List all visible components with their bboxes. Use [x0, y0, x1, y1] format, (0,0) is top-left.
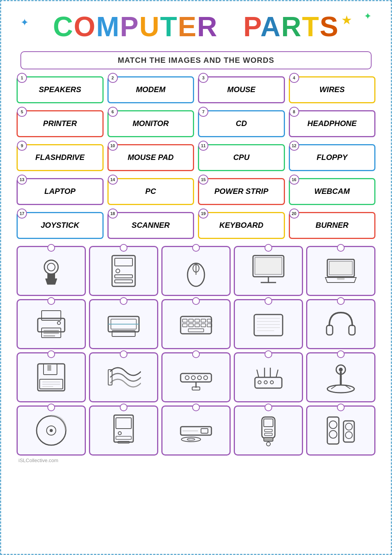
word-num-15: 15	[198, 175, 208, 185]
svg-rect-94	[265, 429, 272, 432]
image-card-keyboard[interactable]	[161, 299, 231, 349]
image-card-printer[interactable]	[17, 299, 86, 349]
word-card-3: 3 MOUSE	[198, 76, 285, 103]
mouse-icon	[179, 254, 213, 288]
words-row-1: 1 SPEAKERS 2 MODEM 3 MOUSE 4 WIRES	[17, 76, 375, 103]
svg-point-99	[329, 421, 337, 429]
pc-icon	[106, 413, 141, 448]
svg-rect-8	[115, 280, 132, 283]
image-card-floppy[interactable]	[17, 352, 86, 402]
word-num-3: 3	[198, 73, 208, 83]
word-label-13: LAPTOP	[44, 187, 75, 196]
word-num-4: 4	[289, 73, 299, 83]
word-card-17: 17 JOYSTICK	[17, 212, 104, 239]
instruction-box: MATCH THE IMAGES AND THE WORDS	[20, 51, 372, 69]
image-card-speakers[interactable]	[306, 405, 375, 456]
image-card-burner[interactable]	[161, 405, 231, 456]
word-label-9: FLASHDRIVE	[35, 153, 85, 162]
svg-point-60	[191, 376, 195, 380]
image-card-scanner[interactable]	[89, 299, 158, 349]
image-card-flashdrive[interactable]	[234, 405, 303, 456]
title-area: ✦ COMPUTER PARTS ★ ✦	[9, 9, 383, 44]
word-label-2: MODEM	[136, 85, 166, 94]
word-card-20: 20 BURNER	[289, 212, 376, 239]
speakers-icon	[323, 413, 358, 448]
word-label-1: SPEAKERS	[39, 85, 81, 94]
word-card-9: 9 FLASHDRIVE	[17, 144, 104, 171]
image-card-headphone[interactable]	[306, 299, 375, 349]
svg-point-76	[339, 368, 343, 372]
word-num-19: 19	[198, 209, 208, 219]
word-num-8: 8	[289, 107, 299, 117]
image-card-monitor[interactable]	[234, 246, 303, 296]
word-num-2: 2	[108, 73, 118, 83]
image-card-mouse[interactable]	[161, 246, 231, 296]
svg-line-66	[257, 370, 259, 377]
words-row-5: 17 JOYSTICK 18 SCANNER 19 KEYBOARD 20 BU…	[17, 212, 375, 239]
svg-point-1	[47, 263, 55, 271]
image-card-powerstrip[interactable]	[161, 352, 231, 402]
svg-rect-65	[255, 377, 282, 388]
word-label-3: MOUSE	[227, 85, 255, 94]
image-card-cd[interactable]	[17, 405, 86, 456]
image-card-pc[interactable]	[89, 405, 158, 456]
word-num-5: 5	[17, 107, 27, 117]
svg-rect-39	[201, 324, 206, 327]
svg-point-71	[264, 381, 267, 384]
word-num-7: 7	[198, 107, 208, 117]
star-blue-icon: ✦	[20, 17, 29, 29]
image-card-mousepad[interactable]	[234, 299, 303, 349]
cpu-tower-icon	[106, 254, 141, 288]
page-title: COMPUTER PARTS	[9, 13, 383, 40]
svg-line-69	[276, 370, 278, 377]
svg-rect-38	[195, 324, 199, 327]
svg-rect-52	[47, 365, 51, 371]
word-card-8: 8 HEADPHONE	[289, 110, 376, 137]
svg-point-72	[270, 381, 273, 384]
svg-rect-93	[264, 419, 273, 427]
word-label-7: CD	[236, 119, 247, 128]
word-card-5: 5 PRINTER	[17, 110, 104, 137]
floppy-icon	[34, 360, 69, 395]
wires-icon	[106, 360, 141, 395]
image-card-modem[interactable]	[234, 352, 303, 402]
modem-icon	[251, 360, 286, 395]
image-card-joystick[interactable]	[306, 352, 375, 402]
word-card-16: 16 WEBCAM	[289, 178, 376, 205]
word-card-7: 7 CD	[198, 110, 285, 137]
svg-point-6	[116, 269, 120, 273]
words-row-2: 5 PRINTER 6 MONITOR 7 CD 8 HEADPHONE	[17, 110, 375, 137]
svg-rect-96	[264, 437, 273, 441]
word-label-16: WEBCAM	[314, 187, 350, 196]
word-label-15: POWER STRIP	[214, 187, 268, 196]
svg-point-61	[198, 376, 201, 380]
burner-icon	[179, 413, 213, 448]
svg-rect-36	[183, 324, 187, 327]
word-card-10: 10 MOUSE PAD	[107, 144, 194, 171]
svg-point-97	[266, 442, 270, 446]
word-num-9: 9	[17, 141, 27, 151]
svg-point-59	[185, 376, 189, 380]
word-label-18: SCANNER	[132, 221, 170, 230]
svg-rect-83	[116, 418, 131, 429]
word-num-11: 11	[198, 141, 208, 151]
svg-rect-48	[327, 325, 333, 335]
word-num-16: 16	[289, 175, 299, 185]
word-card-12: 12 FLOPPY	[289, 144, 376, 171]
svg-rect-34	[201, 319, 206, 322]
image-card-laptop[interactable]	[306, 246, 375, 296]
svg-rect-32	[189, 319, 193, 322]
svg-point-102	[345, 423, 352, 430]
image-card-wires[interactable]	[89, 352, 158, 402]
word-label-20: BURNER	[315, 221, 348, 230]
word-label-11: CPU	[233, 153, 250, 162]
word-label-8: HEADPHONE	[307, 119, 357, 128]
image-card-webcam[interactable]	[17, 246, 86, 296]
word-card-1: 1 SPEAKERS	[17, 76, 104, 103]
word-label-6: MONITOR	[132, 119, 169, 128]
cd-icon	[34, 413, 69, 448]
webcam-icon	[34, 254, 69, 288]
image-card-cpu-tower[interactable]	[89, 246, 158, 296]
svg-rect-24	[44, 335, 55, 336]
word-label-14: PC	[145, 187, 156, 196]
